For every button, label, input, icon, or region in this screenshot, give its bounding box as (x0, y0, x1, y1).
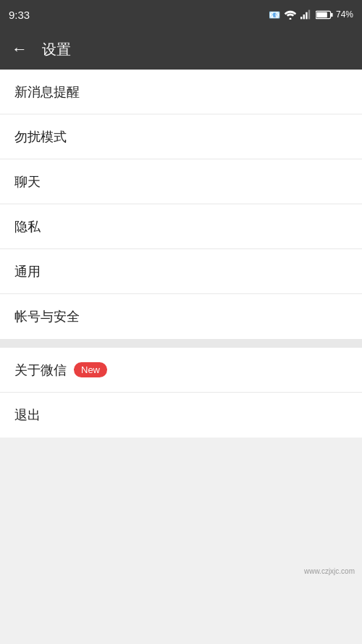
svg-rect-6 (331, 12, 333, 16)
new-badge: New (74, 362, 107, 377)
nav-bar: ← 设置 (0, 29, 362, 70)
settings-item-general[interactable]: 通用 (0, 249, 362, 294)
settings-item-label: 关于微信 (14, 361, 67, 379)
settings-item-chat[interactable]: 聊天 (0, 159, 362, 204)
settings-item-label: 隐私 (14, 218, 41, 235)
page-title: 设置 (42, 40, 71, 59)
battery-percent: 74% (336, 9, 353, 20)
svg-rect-2 (303, 14, 305, 19)
watermark: www.czjxjc.com (304, 567, 355, 575)
back-button[interactable]: ← (12, 41, 28, 57)
svg-rect-4 (308, 10, 310, 20)
notification-icon: 📧 (269, 9, 280, 20)
settings-item-label: 聊天 (14, 173, 41, 191)
status-time: 9:33 (9, 9, 30, 21)
wifi-icon (284, 9, 297, 20)
settings-content: 新消息提醒 勿扰模式 聊天 隐私 通用 帐号与安全 关于微信 New 退出 (0, 70, 362, 438)
signal-icon (300, 9, 312, 20)
settings-item-label: 帐号与安全 (14, 308, 80, 325)
settings-item-dnd[interactable]: 勿扰模式 (0, 114, 362, 159)
settings-item-label: 通用 (14, 263, 41, 280)
settings-item-label: 勿扰模式 (14, 128, 67, 146)
svg-point-0 (289, 18, 291, 20)
settings-group-1: 新消息提醒 勿扰模式 聊天 隐私 通用 帐号与安全 (0, 70, 362, 339)
status-bar: 9:33 📧 74% (0, 0, 362, 29)
settings-item-label: 退出 (14, 406, 41, 424)
settings-item-label: 新消息提醒 (14, 83, 80, 101)
settings-item-logout[interactable]: 退出 (0, 393, 362, 438)
svg-rect-3 (306, 12, 307, 20)
settings-group-2: 关于微信 New 退出 (0, 348, 362, 438)
section-divider (0, 339, 362, 348)
settings-item-account[interactable]: 帐号与安全 (0, 294, 362, 339)
bottom-area: www.czjxjc.com (0, 438, 362, 582)
svg-rect-7 (316, 12, 327, 17)
settings-item-privacy[interactable]: 隐私 (0, 204, 362, 249)
status-icons: 📧 74% (269, 9, 353, 20)
battery-indicator: 74% (316, 9, 353, 20)
settings-item-new-message[interactable]: 新消息提醒 (0, 70, 362, 114)
svg-rect-1 (300, 17, 302, 19)
settings-item-about[interactable]: 关于微信 New (0, 348, 362, 393)
